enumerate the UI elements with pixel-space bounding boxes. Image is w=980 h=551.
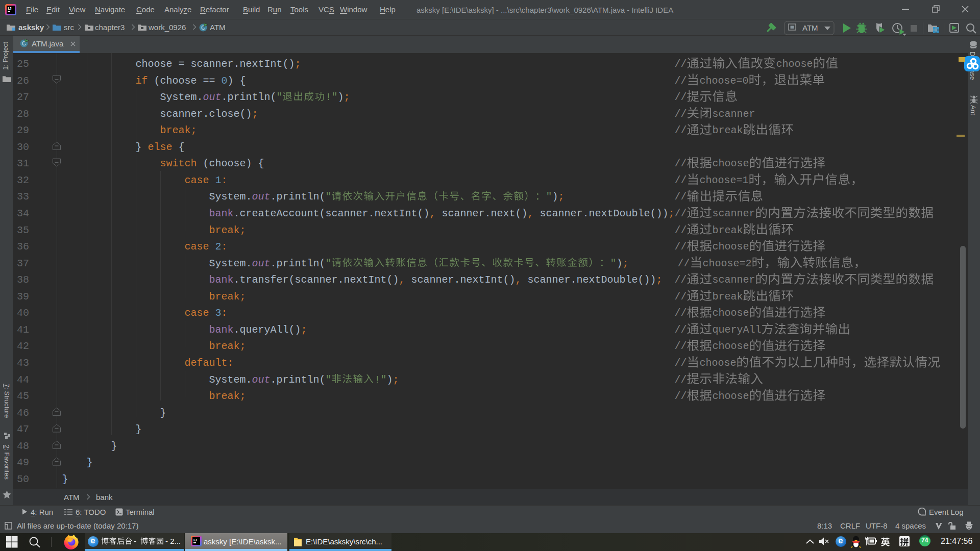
svg-text:- 2...: - 2... [165, 537, 181, 545]
svg-text:-: - [134, 537, 136, 545]
